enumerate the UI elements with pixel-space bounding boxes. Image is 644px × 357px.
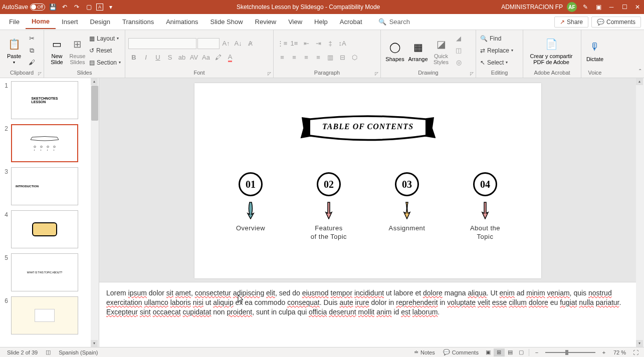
normal-view-icon[interactable]: ▣ (483, 348, 494, 356)
shape-outline-icon[interactable]: ◫ (453, 45, 464, 56)
tab-file[interactable]: File (3, 15, 26, 29)
scroll-up-icon[interactable]: ▴ (91, 78, 98, 85)
create-pdf-button[interactable]: 📄Crear y compartir PDF de Adobe (526, 33, 576, 69)
new-slide-button[interactable]: ▭New Slide (47, 33, 67, 69)
notes-pane[interactable]: Lorem ipsum dolor sit amet, consectetur … (99, 282, 636, 347)
thumbnail-6[interactable]: 6 (2, 296, 89, 334)
tab-transitions[interactable]: Transitions (116, 15, 160, 29)
thumbnail-3[interactable]: 3INTRODUCTION (2, 167, 89, 205)
find-button[interactable]: 🔍Find (479, 33, 514, 44)
select-button[interactable]: ↖Select▾ (479, 57, 514, 68)
increase-indent-icon[interactable]: ⇥ (313, 38, 324, 49)
zoom-out-icon[interactable]: − (531, 348, 542, 356)
minimize-icon[interactable]: ─ (607, 3, 616, 12)
language-indicator[interactable]: Spanish (Spain) (55, 349, 102, 355)
text-direction-icon[interactable]: ↕A (337, 38, 348, 49)
thumbnail-2[interactable]: 2⊙↓⊙↓⊙↓⊙↓ (2, 124, 89, 162)
comments-button[interactable]: 💬 Comments (439, 349, 483, 355)
shapes-button[interactable]: ◯Shapes (384, 33, 406, 69)
maximize-icon[interactable]: ☐ (620, 3, 629, 12)
slideshow-view-icon[interactable]: ▢ (516, 348, 527, 356)
highlight-icon[interactable]: 🖍 (212, 52, 224, 63)
dictate-button[interactable]: 🎙Dictate (584, 33, 605, 69)
replace-button[interactable]: ⇄Replace▾ (479, 45, 514, 56)
tab-slideshow[interactable]: Slide Show (204, 15, 249, 29)
thumbnail-4[interactable]: 4 (2, 210, 89, 248)
user-avatar[interactable]: AF (567, 2, 577, 12)
decrease-font-icon[interactable]: A↓ (233, 38, 244, 49)
arrange-button[interactable]: ▦Arrange (407, 33, 429, 69)
qat-dropdown-icon[interactable]: ▾ (106, 3, 115, 12)
align-text-icon[interactable]: ⊟ (337, 52, 348, 63)
tab-home[interactable]: Home (26, 15, 56, 29)
paste-button[interactable]: 📋Paste▾ (3, 33, 25, 69)
align-right-icon[interactable]: ≡ (301, 52, 312, 63)
font-color-icon[interactable]: A (225, 52, 236, 63)
qat-font-box-icon[interactable]: A (96, 4, 103, 11)
notes-button[interactable]: ≐ Notes (410, 349, 439, 355)
copy-icon[interactable]: ⧉ (26, 45, 37, 56)
quick-styles-button[interactable]: ◪Quick Styles (430, 33, 452, 69)
change-case-icon[interactable]: Aa (200, 52, 211, 63)
shape-effects-icon[interactable]: ◎ (453, 57, 464, 68)
smartart-icon[interactable]: ⬡ (349, 52, 360, 63)
tab-design[interactable]: Design (84, 15, 116, 29)
char-spacing-icon[interactable]: AV (188, 52, 199, 63)
clear-formatting-icon[interactable]: A̷ (245, 38, 256, 49)
reset-button[interactable]: ↺Reset (88, 45, 122, 56)
ribbon-display-icon[interactable]: ▣ (594, 3, 603, 12)
justify-icon[interactable]: ≡ (313, 52, 324, 63)
slide-canvas[interactable]: TABLE OF CONTENTS 01 Overview 02 Feature… (194, 83, 541, 278)
drawing-launcher-icon[interactable]: ◸ (470, 71, 474, 76)
tab-help[interactable]: Help (308, 15, 334, 29)
tab-view[interactable]: View (282, 15, 308, 29)
coming-soon-icon[interactable]: ✎ (581, 3, 590, 12)
format-painter-icon[interactable]: 🖌 (26, 57, 37, 68)
slide-indicator[interactable]: Slide 2 of 39 (3, 349, 42, 355)
thumb-scrollbar[interactable]: ▴ ▾ (91, 78, 99, 347)
zoom-in-icon[interactable]: + (598, 348, 609, 356)
start-from-beginning-icon[interactable]: ▢ (84, 3, 93, 12)
close-icon[interactable]: ✕ (633, 3, 642, 12)
undo-icon[interactable]: ↶ (60, 3, 69, 12)
bullets-icon[interactable]: ⋮≡ (277, 38, 288, 49)
numbering-icon[interactable]: 1≡ (289, 38, 300, 49)
reading-view-icon[interactable]: ▤ (505, 348, 516, 356)
paragraph-launcher-icon[interactable]: ◸ (375, 71, 378, 76)
search-box[interactable]: 🔍 Search (378, 18, 410, 26)
thumbnail-5[interactable]: 5WHAT IS THIS TOPIC ABOUT? (2, 253, 89, 291)
toggle-pill[interactable]: Off (30, 4, 45, 11)
save-icon[interactable]: 💾 (48, 3, 57, 12)
tab-insert[interactable]: Insert (56, 15, 84, 29)
font-name-combo[interactable] (128, 38, 196, 49)
columns-icon[interactable]: ▥ (325, 52, 336, 63)
scroll-down-icon[interactable]: ▾ (91, 340, 98, 347)
shadow-icon[interactable]: ab (176, 52, 187, 63)
shape-fill-icon[interactable]: ◢ (453, 33, 464, 44)
align-left-icon[interactable]: ≡ (277, 52, 288, 63)
fit-to-window-icon[interactable]: ⛶ (630, 348, 641, 356)
redo-icon[interactable]: ↷ (72, 3, 81, 12)
increase-font-icon[interactable]: A↑ (221, 38, 232, 49)
line-spacing-icon[interactable]: ‡ (325, 38, 336, 49)
comments-button[interactable]: 💬Comments (591, 17, 641, 28)
autosave-toggle[interactable]: AutoSave Off (2, 4, 45, 11)
accessibility-icon[interactable]: ◫ (42, 349, 55, 355)
share-button[interactable]: ↗Share (554, 17, 588, 28)
tab-review[interactable]: Review (249, 15, 283, 29)
scroll-thumb[interactable] (91, 86, 98, 121)
section-button[interactable]: ▤Section▾ (88, 57, 122, 68)
italic-icon[interactable]: I (140, 52, 151, 63)
bold-icon[interactable]: B (128, 52, 139, 63)
scroll-up-icon[interactable]: ▴ (636, 78, 643, 85)
decrease-indent-icon[interactable]: ⇤ (301, 38, 312, 49)
underline-icon[interactable]: U (152, 52, 163, 63)
collapse-ribbon-icon[interactable]: ⌃ (638, 68, 642, 74)
zoom-slider[interactable] (545, 352, 595, 353)
tab-animations[interactable]: Animations (160, 15, 204, 29)
thumbnail-1[interactable]: 1SKETCHNOTESLESSON (2, 81, 89, 119)
strikethrough-icon[interactable]: S (164, 52, 175, 63)
align-center-icon[interactable]: ≡ (289, 52, 300, 63)
font-size-combo[interactable] (197, 38, 220, 49)
scroll-down-icon[interactable]: ▾ (636, 340, 643, 347)
